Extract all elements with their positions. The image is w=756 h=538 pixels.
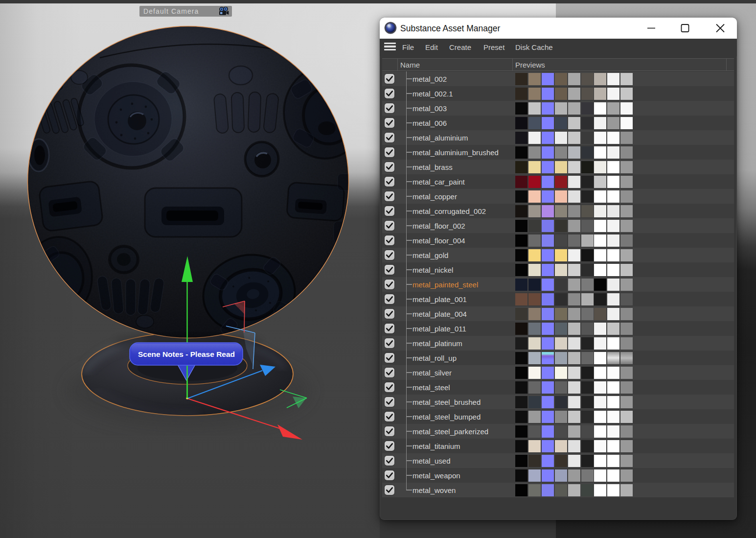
svg-text:Scene Notes - Please Read: Scene Notes - Please Read [138, 350, 235, 358]
